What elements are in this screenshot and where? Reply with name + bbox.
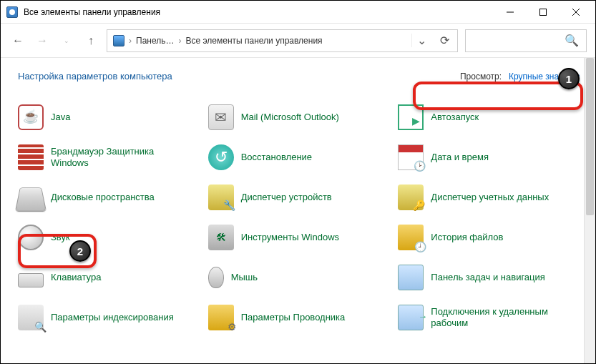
up-button[interactable]: ↑ (82, 32, 99, 49)
indexing-icon (18, 305, 44, 330)
item-explorer[interactable]: Параметры Проводника (208, 303, 391, 332)
annotation-badge-2: 2 (69, 240, 91, 262)
breadcrumb-separator: › (129, 36, 132, 46)
close-button[interactable] (560, 1, 592, 24)
address-dropdown[interactable]: ⌄ (411, 34, 431, 47)
refresh-button[interactable]: ⟳ (431, 34, 457, 47)
item-restore[interactable]: Восстановление (208, 143, 391, 172)
scrollbar-thumb[interactable] (586, 58, 594, 215)
back-button[interactable]: ← (9, 32, 26, 49)
item-remote[interactable]: Подключения к удаленным рабочим (398, 303, 581, 332)
restore-icon (208, 144, 234, 170)
firewall-icon (18, 144, 44, 170)
search-input[interactable]: 🔍 (465, 29, 587, 52)
item-java[interactable]: Java (18, 103, 201, 132)
recent-dropdown[interactable]: ⌄ (58, 32, 75, 49)
remote-desktop-icon (398, 305, 424, 330)
view-label: Просмотр: (460, 72, 502, 82)
datetime-icon (398, 144, 424, 170)
mail-icon (208, 104, 234, 130)
taskbar-icon (398, 265, 424, 290)
item-datetime[interactable]: Дата и время (398, 143, 581, 172)
breadcrumb-separator: › (178, 36, 181, 46)
window-title: Все элементы панели управления (24, 7, 494, 17)
item-indexing[interactable]: Параметры индексирования (18, 303, 201, 332)
minimize-button[interactable] (494, 1, 527, 24)
autorun-icon (398, 104, 424, 130)
annotation-badge-1: 1 (558, 68, 580, 89)
breadcrumb-seg2[interactable]: Все элементы панели управления (185, 36, 322, 46)
credential-manager-icon (398, 185, 424, 210)
maximize-button[interactable] (527, 1, 560, 24)
keyboard-icon (18, 273, 44, 287)
item-autorun[interactable]: Автозапуск (398, 103, 581, 132)
item-wintools[interactable]: Инструменты Windows (208, 223, 391, 252)
sound-icon (18, 225, 44, 250)
explorer-options-icon (208, 305, 234, 330)
item-mouse[interactable]: Мышь (208, 263, 391, 292)
control-panel-icon (6, 6, 18, 18)
page-title: Настройка параметров компьютера (18, 71, 172, 82)
mouse-icon (208, 267, 224, 288)
item-devmgr[interactable]: Диспетчер устройств (208, 183, 391, 212)
forward-button[interactable]: → (34, 32, 51, 49)
item-taskbar[interactable]: Панель задач и навигация (398, 263, 581, 292)
svg-rect-1 (540, 9, 547, 15)
address-bar[interactable]: › Панель… › Все элементы панели управлен… (107, 29, 458, 52)
item-credmgr[interactable]: Диспетчер учетных данных (398, 183, 581, 212)
item-diskspace[interactable]: Дисковые пространства (18, 183, 201, 212)
search-icon: 🔍 (565, 34, 579, 47)
item-firewall[interactable]: Брандмауэр Защитника Windows (18, 143, 201, 172)
breadcrumb-seg1[interactable]: Панель… (136, 36, 174, 46)
item-mail[interactable]: Mail (Microsoft Outlook) (208, 103, 391, 132)
item-history[interactable]: История файлов (398, 223, 581, 252)
file-history-icon (398, 225, 424, 250)
item-keyboard[interactable]: Клавиатура (18, 263, 201, 292)
disk-icon (15, 187, 47, 212)
item-sound[interactable]: Звук (18, 223, 201, 252)
windows-tools-icon (208, 225, 234, 250)
vertical-scrollbar[interactable] (584, 58, 595, 363)
java-icon (18, 104, 44, 130)
system-icon (113, 35, 124, 46)
device-manager-icon (208, 185, 234, 210)
